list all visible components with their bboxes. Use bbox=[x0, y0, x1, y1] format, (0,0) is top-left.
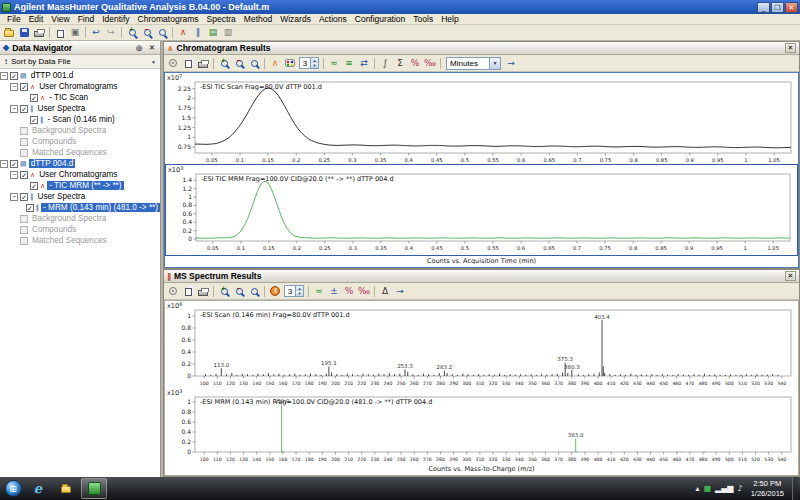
tray-show-hidden-icon[interactable]: ▴ bbox=[695, 484, 699, 493]
sort-by-selector[interactable]: ↕ Sort by Data File ▼ bbox=[0, 55, 160, 69]
tray-volume-icon[interactable]: ♪ bbox=[738, 484, 743, 493]
method-editor-icon[interactable]: ▤ bbox=[206, 26, 220, 39]
tree-item-tic-mrm[interactable]: ✓∧- TIC MRM (** -> **) bbox=[0, 180, 160, 191]
copy-icon[interactable] bbox=[181, 285, 195, 298]
checkbox[interactable] bbox=[20, 138, 28, 146]
menu-item-chromatograms[interactable]: Chromatograms bbox=[134, 14, 203, 25]
paste-icon[interactable]: ▣ bbox=[68, 26, 82, 39]
normalize-icon[interactable]: ‰ bbox=[357, 285, 371, 298]
percent-y-icon[interactable]: % bbox=[342, 285, 356, 298]
autoscale-icon[interactable] bbox=[247, 57, 261, 70]
tree-item-user-spectra[interactable]: −✓∥User Spectra bbox=[0, 191, 160, 202]
menu-item-method[interactable]: Method bbox=[240, 14, 276, 25]
save-icon[interactable] bbox=[17, 26, 31, 39]
expander-icon[interactable]: − bbox=[0, 160, 8, 168]
redo-icon[interactable]: ↪ bbox=[104, 26, 118, 39]
zoom-out-icon[interactable] bbox=[140, 26, 154, 39]
sigma-icon[interactable]: Σ bbox=[393, 57, 407, 70]
checkbox[interactable]: ✓ bbox=[30, 182, 38, 190]
taskbar-explorer-icon[interactable] bbox=[53, 478, 79, 499]
zoom-out-icon[interactable] bbox=[232, 57, 246, 70]
open-data-file-icon[interactable] bbox=[2, 26, 16, 39]
pin-panel-icon[interactable] bbox=[166, 57, 180, 70]
tree-item-user-chromatograms[interactable]: −✓∧User Chromatograms bbox=[0, 169, 160, 180]
tree-item-user-spectra[interactable]: −✓∥User Spectra bbox=[0, 103, 160, 114]
tic-scan-chromatogram-plot[interactable]: 0.7511.251.51.7522.250.050.10.150.20.250… bbox=[165, 73, 796, 164]
extract-spectrum-icon[interactable]: ∥ bbox=[191, 26, 205, 39]
extract-chromatogram-icon[interactable]: ∧ bbox=[268, 57, 282, 70]
checkbox[interactable]: ✓ bbox=[10, 160, 18, 168]
tree-item-compounds[interactable]: Compounds bbox=[0, 224, 160, 235]
checkbox[interactable]: ✓ bbox=[30, 94, 38, 102]
checkbox[interactable] bbox=[20, 226, 28, 234]
pin-panel-icon[interactable] bbox=[166, 285, 180, 298]
navigator-close-icon[interactable]: ✕ bbox=[147, 43, 157, 53]
start-button[interactable]: ⊞ bbox=[2, 479, 24, 499]
checkbox[interactable]: ✓ bbox=[20, 105, 28, 113]
normalize-icon[interactable]: ‰ bbox=[423, 57, 437, 70]
expander-icon[interactable]: − bbox=[10, 193, 18, 201]
show-desktop-button[interactable] bbox=[792, 477, 798, 500]
zoom-fit-icon[interactable] bbox=[155, 26, 169, 39]
autoscale-icon[interactable] bbox=[247, 285, 261, 298]
print-icon[interactable] bbox=[196, 285, 210, 298]
tree-item-background-spectra[interactable]: Background Spectra bbox=[0, 213, 160, 224]
color-palette-icon[interactable] bbox=[283, 57, 297, 70]
chromatogram-panel-close-icon[interactable]: ✕ bbox=[785, 43, 796, 53]
menu-item-wizards[interactable]: Wizards bbox=[276, 14, 315, 25]
menu-item-configuration[interactable]: Configuration bbox=[351, 14, 410, 25]
spectrum-panel-close-icon[interactable]: ✕ bbox=[785, 271, 796, 281]
menu-item-file[interactable]: File bbox=[3, 14, 25, 25]
tray-network-icon[interactable]: ▂▄▆ bbox=[715, 484, 733, 493]
zoom-in-icon[interactable] bbox=[217, 285, 231, 298]
max-panes-spinner[interactable]: 3▲▼ bbox=[299, 57, 319, 69]
maximize-button[interactable]: ❐ bbox=[771, 2, 784, 13]
menu-item-actions[interactable]: Actions bbox=[315, 14, 351, 25]
integrate-icon[interactable]: ∫ bbox=[378, 57, 392, 70]
copy-icon[interactable] bbox=[53, 26, 67, 39]
tree-item-dttp-004-d[interactable]: −✓▤dTTP 004.d bbox=[0, 158, 160, 169]
scan-spectrum-plot[interactable]: 00.20.40.60.8110011012013014015016017018… bbox=[165, 301, 796, 388]
overlay-spectra-icon[interactable]: ≈ bbox=[312, 285, 326, 298]
undo-icon[interactable]: ↩ bbox=[89, 26, 103, 39]
x-axis-units-select[interactable]: Minutes▼ bbox=[446, 57, 501, 70]
peak-labels-icon[interactable]: Δ bbox=[378, 285, 392, 298]
taskbar-clock[interactable]: 2:50 PM 1/26/2015 bbox=[747, 479, 788, 498]
tray-app-icon[interactable]: ■ bbox=[703, 484, 711, 493]
minimize-button[interactable]: _ bbox=[757, 2, 770, 13]
extract-chromatogram-icon[interactable]: ∧ bbox=[176, 26, 190, 39]
overlay-chromatograms-icon[interactable]: ≈ bbox=[327, 57, 341, 70]
link-x-axes-icon[interactable]: ⇄ bbox=[357, 57, 371, 70]
checkbox[interactable] bbox=[20, 237, 28, 245]
report-icon[interactable]: ▥ bbox=[221, 26, 235, 39]
copy-icon[interactable] bbox=[181, 57, 195, 70]
checkbox[interactable]: ✓ bbox=[20, 193, 28, 201]
taskbar-masshunter-icon[interactable] bbox=[81, 478, 107, 499]
menu-item-view[interactable]: View bbox=[47, 14, 73, 25]
checkbox[interactable]: ✓ bbox=[26, 204, 34, 212]
mrm-spectrum-plot[interactable]: 00.20.40.60.8110011012013014015016017018… bbox=[165, 388, 796, 464]
percent-y-icon[interactable]: % bbox=[408, 57, 422, 70]
print-icon[interactable] bbox=[32, 26, 46, 39]
tree-item-user-chromatograms[interactable]: −✓∧User Chromatograms bbox=[0, 81, 160, 92]
taskbar-ie-icon[interactable]: e bbox=[25, 478, 51, 499]
tree-item-matched-sequences[interactable]: Matched Sequences bbox=[0, 235, 160, 246]
menu-item-find[interactable]: Find bbox=[74, 14, 99, 25]
checkbox[interactable]: ✓ bbox=[20, 171, 28, 179]
walk-chromatogram-icon[interactable]: → bbox=[504, 57, 518, 70]
tree-item-tic-scan[interactable]: ✓∧- TIC Scan bbox=[0, 92, 160, 103]
expander-icon[interactable]: − bbox=[10, 105, 18, 113]
expander-icon[interactable]: − bbox=[10, 83, 18, 91]
tree-item-matched-sequences[interactable]: Matched Sequences bbox=[0, 147, 160, 158]
checkbox[interactable] bbox=[20, 215, 28, 223]
tree-item-scan-0-146-min[interactable]: ✓∥- Scan (0.146 min) bbox=[0, 114, 160, 125]
extract-spectrum-icon[interactable] bbox=[268, 285, 282, 298]
walk-spectrum-icon[interactable]: → bbox=[393, 285, 407, 298]
stack-chromatograms-icon[interactable]: ≡ bbox=[342, 57, 356, 70]
checkbox[interactable]: ✓ bbox=[30, 116, 38, 124]
checkbox[interactable] bbox=[20, 149, 28, 157]
print-icon[interactable] bbox=[196, 57, 210, 70]
subtract-background-icon[interactable]: ± bbox=[327, 285, 341, 298]
close-button[interactable]: ✕ bbox=[785, 2, 798, 13]
expander-icon[interactable]: − bbox=[10, 171, 18, 179]
